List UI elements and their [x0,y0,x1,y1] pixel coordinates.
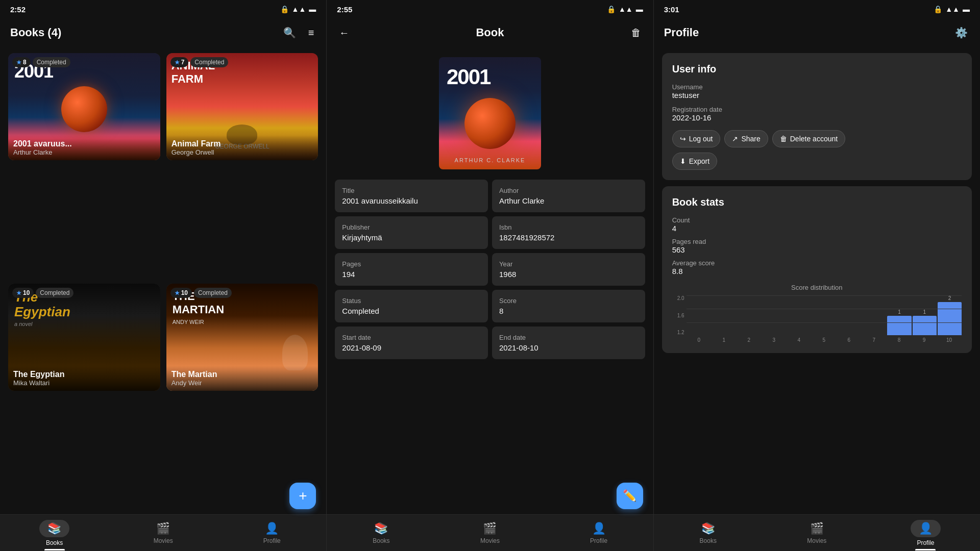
wifi-icon-detail: ▲▲ [619,5,633,13]
book-stats-title: Book stats [672,196,962,208]
chart-bar-9 [913,316,937,335]
export-icon: ⬇ [680,157,686,165]
book-badge-animal: ★7 Completed [170,57,229,67]
profile-action-btns: ↪ Log out ↗ Share 🗑 Delete account [672,130,962,147]
detail-pages-cell: Pages 194 [335,253,488,286]
time-profile: 3:01 [664,5,679,14]
book-badge-egyptian: ★10 Completed [12,288,74,298]
profile-nav-icon-detail: 👤 [592,522,606,535]
regdate-row: Registration date 2022-10-16 [672,106,962,122]
detail-bottom-nav: 📚 Books 🎬 Movies 👤 Profile [327,514,653,551]
books-nav-icon: 📚 [47,522,61,535]
books-panel: 2:52 🔒 ▲▲ ▬ Books (4) 🔍 ≡ 2001 ★8 Comple… [0,0,327,551]
chart-bar-col-9: 1 [913,295,937,335]
nav-movies-detail[interactable]: 🎬 Movies [435,518,544,548]
y-label-12: 1.2 [672,330,684,335]
book-author-martian: Andy Weir [172,379,313,387]
chart-bar-col-5 [812,295,836,335]
logout-icon: ↪ [680,135,686,143]
search-button[interactable]: 🔍 [281,24,298,41]
books-top-bar: Books (4) 🔍 ≡ [0,18,326,47]
detail-top-bar: ← Book 🗑 [327,18,653,47]
book-card-martian[interactable]: THEMARTIAN ANDY WEIR ★10 Completed The M… [166,284,318,391]
chart-bar-col-6 [837,295,861,335]
chart-bar-col-10: 2 [938,295,962,335]
logout-button[interactable]: ↪ Log out [672,130,721,147]
y-label-16: 1.6 [672,313,684,318]
movies-nav-icon-detail: 🎬 [483,522,497,535]
username-label: Username [672,83,962,91]
delete-account-label: Delete account [790,135,838,143]
battery-icon-profile: ▬ [963,5,970,13]
username-row: Username testuser [672,83,962,99]
time-detail: 2:55 [337,5,352,14]
nav-movies-profile[interactable]: 🎬 Movies [763,518,871,548]
nav-books-profile[interactable]: 📚 Books [654,518,763,548]
detail-isbn-cell: Isbn 1827481928572 [492,216,645,249]
chart-title: Score distribution [672,284,962,291]
edit-book-fab[interactable]: ✏️ [617,483,643,509]
profile-nav-label-profile: Profile [917,539,934,546]
delete-icon: 🗑 [780,135,787,143]
book-card-egyptian[interactable]: TheEgyptian a novel ★10 Completed The Eg… [8,284,160,391]
books-bottom-nav: 📚 Books 🎬 Movies 👤 Profile [0,514,326,551]
back-button[interactable]: ← [337,25,351,41]
share-label: Share [741,135,760,143]
book-detail-panel: 2:55 🔒 ▲▲ ▬ ← Book 🗑 2001 ARTHUR C. CLAR… [327,0,653,551]
share-button[interactable]: ↗ Share [724,130,768,147]
nav-books[interactable]: 📚 Books [0,516,109,550]
export-label: Export [689,157,709,165]
pages-label: Pages read [672,238,962,245]
book-stats-card: Book stats Count 4 Pages read 563 Averag… [662,186,972,353]
book-card-animal[interactable]: ANIMALFARM GEORGE ORWELL ★7 Completed An… [166,53,318,160]
nav-movies[interactable]: 🎬 Movies [109,518,217,548]
detail-enddate-cell: End date 2021-08-10 [492,327,645,359]
settings-button[interactable]: ⚙️ [953,24,970,41]
count-label: Count [672,216,962,224]
y-label-2: 2.0 [672,295,684,301]
username-value: testuser [672,91,962,99]
chart-bar-10 [938,302,962,335]
book-card-2001[interactable]: 2001 ★8 Completed 2001 avaruus... Arthur… [8,53,160,160]
delete-book-button[interactable]: 🗑 [629,25,643,41]
chart-bar-8 [887,316,911,335]
export-button[interactable]: ⬇ Export [672,153,717,170]
battery-icon-detail: ▬ [636,5,643,13]
add-book-fab[interactable]: + [289,483,316,509]
count-row: Count 4 [672,216,962,233]
nav-books-detail[interactable]: 📚 Books [327,518,435,548]
profile-nav-label: Profile [263,537,281,544]
book-badge-2001: ★8 Completed [12,57,70,67]
movies-nav-icon-profile: 🎬 [810,522,824,535]
detail-score-cell: Score 8 [492,290,645,322]
book-title-martian: The Martian [172,370,313,379]
nav-profile-detail[interactable]: 👤 Profile [545,518,653,548]
detail-title-cell: Title 2001 avaruusseikkailu [335,180,488,212]
nav-profile-profile[interactable]: 👤 Profile [871,516,980,550]
detail-title: Book [476,26,504,39]
status-icons-books: 🔒 ▲▲ ▬ [280,5,316,13]
wifi-icon: ▲▲ [292,5,306,13]
logout-label: Log out [689,135,713,143]
wifi-icon-profile: ▲▲ [945,5,960,13]
book-title-egyptian: The Egyptian [13,370,155,379]
chart-bar-col-8: 1 [887,295,911,335]
status-bar-profile: 3:01 🔒 ▲▲ ▬ [654,0,980,18]
profile-nav-icon: 👤 [265,522,279,535]
user-info-title: User info [672,63,962,75]
book-cover-large: 2001 ARTHUR C. CLARKE [335,47,645,180]
books-title: Books (4) [10,26,61,39]
book-info-egyptian: The Egyptian Mika Waltari [8,366,160,391]
score-chart: Score distribution 2.0 1.6 1.2 112 [672,284,962,343]
battery-icon: ▬ [309,5,316,13]
books-nav-label-profile: Books [700,537,717,544]
status-bar-detail: 2:55 🔒 ▲▲ ▬ [327,0,653,18]
profile-content: User info Username testuser Registration… [654,47,980,514]
chart-bar-col-3 [762,295,786,335]
delete-account-button[interactable]: 🗑 Delete account [772,130,845,147]
books-nav-icon-detail: 📚 [374,522,388,535]
nav-profile[interactable]: 👤 Profile [217,518,326,548]
book-author-egyptian: Mika Waltari [13,379,155,387]
status-bar-books: 2:52 🔒 ▲▲ ▬ [0,0,326,18]
filter-button[interactable]: ≡ [306,25,316,41]
